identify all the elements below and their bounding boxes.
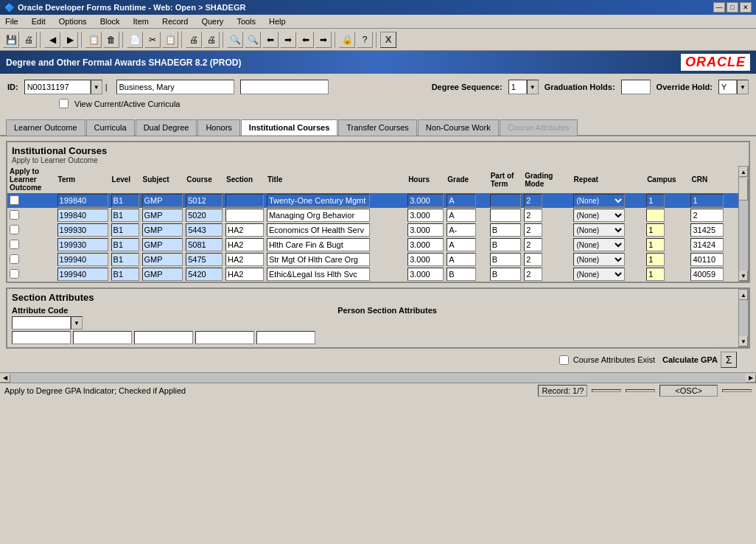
attr-code-input-2[interactable]	[73, 331, 132, 344]
repeat-select-3[interactable]: (None) (None)	[573, 238, 625, 251]
attr-code-input-4[interactable]	[195, 331, 254, 344]
part-of-term-input-3[interactable]	[490, 238, 521, 251]
attr-scroll-up[interactable]: ▲	[739, 290, 748, 300]
campus-input-5[interactable]	[646, 268, 665, 281]
hours-input-4[interactable]	[407, 253, 444, 266]
cell-apply-0[interactable]	[7, 193, 56, 208]
term-input-3[interactable]	[57, 238, 108, 251]
subject-input-5[interactable]	[142, 268, 183, 281]
sigma-button[interactable]: Σ	[721, 352, 737, 368]
cell-apply-5[interactable]	[7, 267, 56, 282]
crn-input-5[interactable]	[690, 268, 724, 281]
toolbar-paste[interactable]: 📋	[162, 32, 178, 48]
id-input[interactable]	[24, 80, 91, 94]
override-hold-dropdown[interactable]: ▼	[737, 80, 749, 94]
course-attr-checkbox[interactable]	[559, 355, 569, 365]
course-input-5[interactable]	[186, 268, 223, 281]
term-input-2[interactable]	[57, 223, 108, 237]
tab-institutional-courses[interactable]: Institutional Courses	[241, 119, 337, 136]
minimize-button[interactable]: —	[713, 2, 725, 13]
toolbar-help[interactable]: ?	[357, 32, 373, 48]
section-input-5[interactable]	[225, 268, 264, 281]
section-input-1[interactable]	[225, 209, 264, 222]
scroll-thumb[interactable]	[739, 178, 748, 200]
level-input-4[interactable]	[111, 253, 139, 266]
crn-input-4[interactable]	[690, 253, 724, 266]
grade-input-2[interactable]	[447, 223, 476, 237]
id-dropdown-btn[interactable]: ▼	[91, 80, 102, 94]
title-input-4[interactable]	[267, 253, 370, 266]
campus-input-3[interactable]	[646, 238, 665, 251]
level-input-5[interactable]	[111, 268, 139, 281]
degree-seq-dropdown[interactable]: ▼	[527, 80, 539, 94]
crn-input-3[interactable]	[690, 238, 724, 251]
grade-input-1[interactable]	[447, 209, 476, 222]
apply-checkbox-4[interactable]	[10, 254, 19, 264]
cell-apply-2[interactable]	[7, 223, 56, 237]
grade-input-0[interactable]	[447, 194, 476, 207]
toolbar-nav1[interactable]: ⬅	[262, 32, 279, 48]
grading-mode-input-4[interactable]	[524, 253, 542, 266]
hours-input-0[interactable]	[407, 194, 444, 207]
hscroll-left[interactable]: ◀	[0, 374, 10, 383]
crn-input-1[interactable]	[690, 209, 724, 222]
menu-options[interactable]: Options	[57, 16, 89, 27]
campus-input-0[interactable]	[646, 194, 665, 207]
view-curricula-checkbox[interactable]	[59, 99, 69, 108]
toolbar-nav4[interactable]: ➡	[315, 32, 332, 48]
toolbar-print3[interactable]: 🖨	[203, 32, 220, 48]
part-of-term-input-0[interactable]	[490, 194, 521, 207]
toolbar-delete[interactable]: 🗑	[103, 32, 119, 48]
tab-dual-degree[interactable]: Dual Degree	[136, 119, 197, 136]
toolbar-search2[interactable]: 🔍	[245, 32, 261, 48]
term-input-4[interactable]	[57, 253, 108, 266]
attr-code-input-3[interactable]	[134, 331, 193, 344]
attr-vscrollbar[interactable]: ▲ ▼	[738, 289, 749, 347]
crn-input-0[interactable]	[690, 194, 724, 207]
part-of-term-input-5[interactable]	[490, 268, 521, 281]
menu-record[interactable]: Record	[160, 16, 190, 27]
scroll-down-btn[interactable]: ▼	[739, 271, 748, 281]
attr-code-input-1[interactable]	[12, 331, 71, 344]
course-input-4[interactable]	[186, 253, 223, 266]
repeat-select-4[interactable]: (None) (None)	[573, 253, 625, 266]
degree-seq-input[interactable]	[508, 80, 527, 94]
apply-checkbox-0[interactable]	[10, 195, 19, 205]
attr-scroll-down[interactable]: ▼	[739, 336, 748, 346]
term-input-5[interactable]	[57, 268, 108, 281]
maximize-button[interactable]: □	[727, 2, 738, 13]
subject-input-1[interactable]	[142, 209, 183, 222]
tab-learner-outcome[interactable]: Learner Outcome	[6, 119, 85, 136]
crn-input-2[interactable]	[690, 223, 724, 237]
tab-non-course-work[interactable]: Non-Course Work	[418, 119, 499, 136]
tab-transfer-courses[interactable]: Transfer Courses	[338, 119, 417, 136]
section-input-4[interactable]	[225, 253, 264, 266]
cell-apply-3[interactable]	[7, 237, 56, 252]
course-input-2[interactable]	[186, 223, 223, 237]
courses-vscrollbar[interactable]: ▲ ▼	[738, 166, 749, 282]
hscroll-right[interactable]: ▶	[746, 374, 756, 383]
course-input-0[interactable]	[186, 194, 223, 207]
toolbar-insert[interactable]: 📋	[85, 32, 102, 48]
menu-item[interactable]: Item	[131, 16, 151, 27]
toolbar-nav2[interactable]: ➡	[280, 32, 296, 48]
title-input-1[interactable]	[267, 209, 370, 222]
apply-checkbox-5[interactable]	[10, 269, 19, 279]
menu-file[interactable]: File	[3, 16, 21, 27]
course-input-1[interactable]	[186, 209, 223, 222]
part-of-term-input-1[interactable]	[490, 209, 521, 222]
hours-input-1[interactable]	[407, 209, 444, 222]
section-input-0[interactable]	[225, 194, 264, 207]
grade-input-3[interactable]	[447, 238, 476, 251]
section-input-3[interactable]	[225, 238, 264, 251]
subject-input-0[interactable]	[142, 194, 183, 207]
cell-apply-4[interactable]	[7, 252, 56, 267]
grad-holds-input[interactable]	[621, 80, 651, 94]
level-input-2[interactable]	[111, 223, 139, 237]
subject-input-2[interactable]	[142, 223, 183, 237]
grade-input-4[interactable]	[447, 253, 476, 266]
menu-help[interactable]: Help	[267, 16, 288, 27]
hours-input-2[interactable]	[407, 223, 444, 237]
cell-apply-1[interactable]	[7, 208, 56, 223]
subject-input-4[interactable]	[142, 253, 183, 266]
